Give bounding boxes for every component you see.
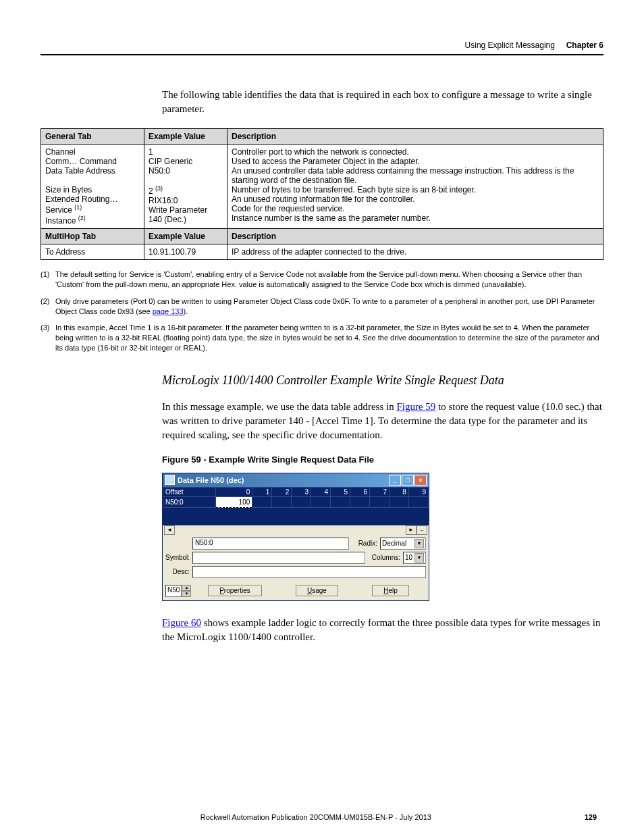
columns-label: Columns:	[368, 554, 400, 561]
chevron-down-icon: ▼	[414, 553, 424, 563]
desc-label: Desc:	[165, 568, 190, 575]
th-example2: Example Value	[144, 229, 227, 244]
desc-input[interactable]	[192, 566, 426, 578]
footnote-2: (2) Only drive parameters (Port 0) can b…	[41, 296, 603, 317]
symbol-input[interactable]	[192, 552, 365, 564]
running-header: Using Explicit Messaging Chapter 6	[41, 41, 603, 50]
paragraph-3: Figure 60 shows example ladder logic to …	[162, 616, 603, 644]
th-example: Example Value	[144, 129, 227, 145]
chevron-down-icon: ▼	[414, 539, 424, 548]
window-icon	[165, 475, 175, 485]
data-grid: Offset 0 1 2 3 4 5 6 7 8 9 N50:0 100	[163, 487, 429, 508]
footer-publication: Rockwell Automation Publication 20COMM-U…	[200, 813, 431, 821]
footnote-3: (3) In this example, Accel Time 1 is a 1…	[41, 323, 603, 353]
page-number: 129	[585, 813, 597, 821]
paragraph-2: In this message example, we use the data…	[162, 400, 603, 442]
minimize-button[interactable]: _	[389, 475, 401, 486]
maximize-button[interactable]: □	[402, 475, 414, 486]
titlebar: Data File N50 (dec) _ □ ×	[163, 473, 429, 487]
link-figure-60[interactable]: Figure 60	[162, 617, 201, 628]
header-chapter: Chapter 6	[566, 41, 603, 50]
intro-paragraph: The following table identifies the data …	[162, 88, 603, 116]
address-input[interactable]: N50:0	[192, 538, 349, 550]
link-page-133[interactable]: page 133	[153, 307, 184, 315]
cell: Controller port to which the network is …	[227, 145, 603, 229]
grid-empty	[163, 508, 429, 525]
header-section: Using Explicit Messaging	[465, 41, 555, 50]
cell: 1 CIP Generic N50:0 2 (3) RIX16:0 Write …	[144, 145, 227, 229]
properties-button[interactable]: Properties	[208, 585, 262, 596]
h-scrollbar[interactable]: ◄ ► –	[163, 525, 429, 535]
symbol-label: Symbol:	[165, 554, 190, 561]
th-desc2: Description	[227, 229, 603, 244]
close-button[interactable]: ×	[414, 475, 427, 486]
help-button[interactable]: Help	[372, 585, 409, 596]
th-multihop: MultiHop Tab	[41, 229, 144, 244]
config-table: General Tab Example Value Description Ch…	[41, 128, 603, 260]
table-row: N50:0 100	[163, 496, 429, 507]
radix-label: Radix:	[352, 540, 377, 547]
footnote-1: (1) The default setting for Service is '…	[41, 269, 603, 290]
cell: Channel Comm… Command Data Table Address…	[41, 145, 144, 229]
section-heading: MicroLogix 1100/1400 Controller Example …	[162, 373, 603, 388]
columns-select[interactable]: 10 ▼	[403, 552, 426, 564]
spin-down-icon[interactable]: ▼	[182, 591, 191, 597]
usage-button[interactable]: Usage	[296, 585, 338, 596]
spin-up-icon[interactable]: ▲	[182, 585, 191, 591]
radix-select[interactable]: Decimal ▼	[380, 538, 426, 550]
scroll-left-icon[interactable]: ◄	[164, 525, 175, 535]
scroll-line-icon[interactable]: –	[417, 525, 427, 535]
scroll-right-icon[interactable]: ►	[406, 525, 417, 535]
header-rule	[41, 54, 603, 55]
figure-caption: Figure 59 - Example Write Single Request…	[162, 454, 603, 465]
footer: Rockwell Automation Publication 20COMM-U…	[41, 813, 603, 821]
window-title: Data File N50 (dec)	[178, 476, 244, 484]
link-figure-59[interactable]: Figure 59	[396, 401, 435, 412]
file-spinner[interactable]: N50 ▲ ▼	[165, 585, 188, 597]
data-file-window: Data File N50 (dec) _ □ × Offset 0 1 2 3…	[162, 473, 429, 601]
th-general: General Tab	[41, 129, 144, 145]
cell-value[interactable]: 100	[215, 496, 252, 507]
th-desc: Description	[227, 129, 603, 145]
